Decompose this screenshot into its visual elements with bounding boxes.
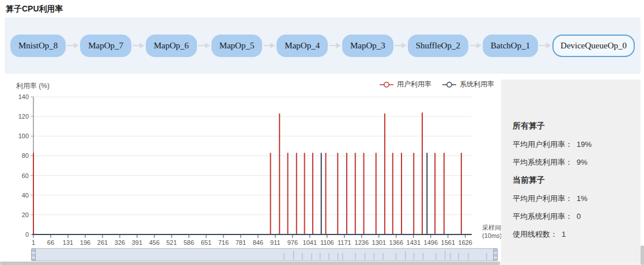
svg-text:976: 976: [287, 239, 298, 246]
svg-text:1171: 1171: [338, 239, 351, 246]
stats-value: 1: [562, 230, 566, 238]
stats-label: 平均系统利用率：: [513, 158, 573, 166]
pipeline-node-mapop_5[interactable]: MapOp_5: [211, 35, 263, 57]
svg-text:1041: 1041: [303, 239, 317, 246]
svg-text:1301: 1301: [372, 239, 386, 246]
stats-label: 平均用户利用率：: [513, 140, 573, 149]
stats-row: 平均用户利用率：19%: [513, 139, 635, 150]
svg-text:391: 391: [132, 239, 142, 246]
stats-row: 平均用户利用率：1%: [513, 194, 635, 204]
svg-text:120: 120: [18, 113, 29, 120]
svg-text:651: 651: [201, 239, 211, 246]
svg-text:0: 0: [25, 231, 29, 238]
svg-text:80: 80: [22, 152, 29, 159]
svg-text:1496: 1496: [424, 239, 438, 246]
svg-text:1106: 1106: [320, 239, 334, 246]
svg-text:781: 781: [236, 239, 246, 246]
svg-text:261: 261: [97, 239, 108, 246]
page-title: 算子CPU利用率: [6, 4, 63, 14]
pipeline-node-mapop_4[interactable]: MapOp_4: [276, 35, 328, 57]
svg-text:1236: 1236: [355, 239, 369, 246]
svg-text:20: 20: [22, 211, 29, 218]
flow-arrow-icon: [539, 43, 551, 48]
flow-arrow-icon: [469, 43, 482, 48]
flow-arrow-icon: [132, 43, 145, 48]
svg-text:196: 196: [80, 239, 90, 246]
svg-text:586: 586: [184, 239, 194, 246]
svg-text:1626: 1626: [459, 239, 472, 246]
datazoom-left-handle[interactable]: [31, 248, 36, 261]
svg-text:716: 716: [218, 239, 229, 246]
stats-value: 1%: [577, 194, 588, 203]
stats-row: 平均系统利用率：0: [513, 211, 635, 222]
flow-arrow-icon: [329, 43, 341, 48]
svg-text:66: 66: [47, 239, 54, 246]
svg-text:131: 131: [63, 239, 73, 246]
svg-text:1366: 1366: [389, 239, 403, 246]
svg-text:140: 140: [18, 93, 29, 100]
svg-text:40: 40: [22, 192, 29, 199]
pipeline-diagram: MnistOp_8MapOp_7MapOp_6MapOp_5MapOp_4Map…: [5, 17, 641, 74]
operator-cpu-page: 算子CPU利用率 MnistOp_8MapOp_7MapOp_6MapOp_5M…: [0, 0, 644, 265]
pipeline-node-batchop_1[interactable]: BatchOp_1: [483, 35, 538, 57]
svg-text:456: 456: [149, 239, 160, 246]
horizontal-scrollbar[interactable]: [0, 262, 644, 265]
stats-value: 19%: [577, 140, 592, 149]
svg-text:846: 846: [253, 239, 263, 246]
stats-row: 平均系统利用率：9%: [513, 157, 635, 168]
stats-panel: 所有算子平均用户利用率：19%平均系统利用率：9%当前算子平均用户利用率：1%平…: [501, 80, 641, 265]
datazoom-slider[interactable]: [32, 248, 497, 261]
flow-arrow-icon: [395, 43, 407, 48]
horizontal-scrollbar-thumb[interactable]: [0, 262, 500, 265]
stats-label: 使用线程数：: [513, 230, 558, 238]
vertical-scrollbar-thumb[interactable]: [641, 245, 644, 265]
stats-value: 0: [577, 212, 581, 221]
pipeline-node-shuffleop_2[interactable]: ShuffleOp_2: [408, 35, 468, 57]
svg-text:100: 100: [18, 132, 29, 139]
datazoom-preview: [32, 249, 497, 260]
svg-text:60: 60: [22, 172, 29, 179]
pipeline-node-mnistop_8[interactable]: MnistOp_8: [10, 35, 66, 57]
svg-text:521: 521: [166, 239, 177, 246]
stats-row: 使用线程数：1: [513, 229, 635, 240]
svg-text:1: 1: [32, 239, 35, 246]
stats-value: 9%: [577, 158, 588, 166]
stats-section-heading: 当前算子: [513, 175, 635, 186]
svg-text:326: 326: [115, 239, 125, 246]
stats-label: 平均用户利用率：: [513, 194, 573, 203]
flow-arrow-icon: [263, 43, 275, 48]
pipeline-node-devicequeueop_0[interactable]: DeviceQueueOp_0: [552, 35, 635, 57]
cpu-utilization-chart[interactable]: 0204060801001201401661311962613263914565…: [0, 78, 507, 251]
stats-section-heading: 所有算子: [513, 121, 635, 131]
flow-arrow-icon: [67, 43, 79, 48]
svg-text:1561: 1561: [441, 239, 455, 246]
pipeline-node-mapop_3[interactable]: MapOp_3: [342, 35, 393, 57]
svg-text:1431: 1431: [407, 239, 421, 246]
pipeline-node-mapop_7[interactable]: MapOp_7: [80, 35, 131, 57]
svg-text:911: 911: [270, 239, 281, 246]
pipeline-node-mapop_6[interactable]: MapOp_6: [146, 35, 197, 57]
stats-label: 平均系统利用率：: [513, 212, 573, 221]
datazoom-right-handle[interactable]: [493, 248, 498, 261]
flow-arrow-icon: [198, 43, 210, 48]
